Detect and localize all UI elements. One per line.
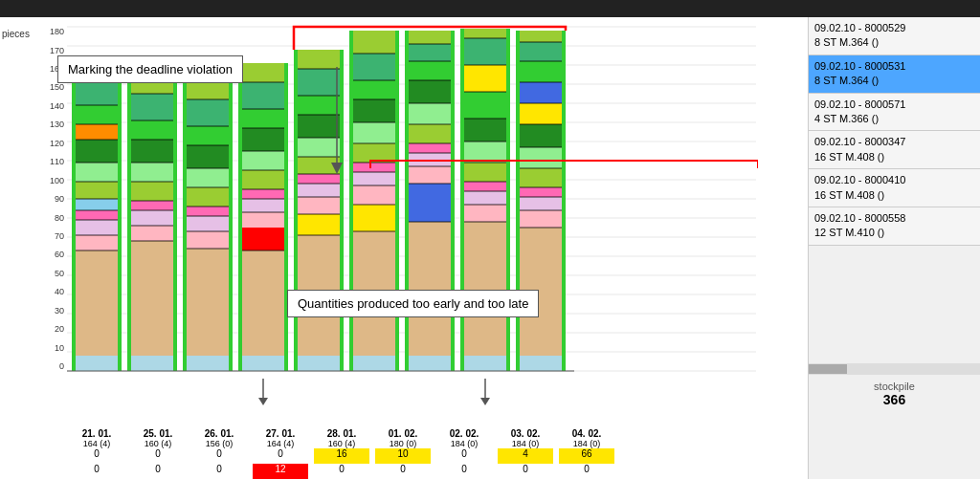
svg-rect-26	[72, 182, 122, 199]
svg-rect-91	[238, 356, 288, 371]
stockpile-value: 366	[814, 392, 974, 407]
svg-rect-69	[183, 356, 233, 371]
bar-val1-6: 10	[375, 448, 431, 464]
svg-rect-170	[405, 80, 455, 103]
sidebar-item-5[interactable]: 09.02.10 - 8000558 12 ST M.410 ()	[809, 207, 980, 246]
bar-group-7	[405, 31, 455, 371]
y-tick: 130	[38, 120, 67, 129]
top-bar	[0, 0, 980, 17]
svg-rect-116	[294, 214, 344, 235]
svg-rect-49	[127, 226, 177, 241]
bar-date-4: 27. 01.	[253, 428, 308, 439]
svg-rect-46	[118, 63, 122, 371]
svg-rect-21	[72, 250, 122, 356]
svg-rect-213	[516, 197, 566, 210]
svg-rect-71	[183, 231, 233, 249]
svg-rect-99	[238, 128, 288, 151]
svg-rect-89	[183, 80, 187, 371]
bar-val2-3: 0	[191, 464, 247, 479]
sidebar-item-4[interactable]: 09.02.10 - 8000410 16 ST M.408 ()	[809, 169, 980, 207]
sidebar-item-text-1: 09.02.10 - 8000531 8 ST M.364 ()	[814, 60, 905, 86]
svg-rect-195	[460, 65, 510, 92]
bar-date-7: 02. 02.	[436, 428, 492, 439]
svg-rect-96	[238, 189, 288, 199]
sidebar-item-3[interactable]: 09.02.10 - 8000347 16 ST M.408 ()	[809, 131, 980, 169]
bar-val1-8: 4	[498, 448, 553, 464]
svg-rect-189	[460, 191, 510, 205]
svg-rect-208	[460, 29, 464, 371]
bar-date-5: 28. 01.	[314, 428, 369, 439]
svg-rect-171	[405, 61, 455, 80]
y-tick: 120	[38, 139, 67, 148]
svg-rect-30	[72, 105, 122, 124]
bar-group-3	[183, 80, 233, 371]
bar-sublabel-5: 160 (4)	[314, 439, 369, 448]
svg-rect-193	[460, 119, 510, 142]
bar-sublabel-9: 184 (0)	[559, 439, 614, 448]
bar-sublabel-6: 180 (0)	[375, 439, 431, 448]
svg-rect-78	[183, 99, 233, 126]
svg-rect-112	[238, 63, 242, 371]
svg-rect-114	[294, 356, 344, 371]
bar-group-9	[516, 31, 566, 371]
bar-label-1: 21. 01. 164 (4) 0 0	[69, 428, 124, 479]
svg-rect-234	[516, 31, 520, 371]
svg-rect-119	[294, 174, 344, 184]
bar-val1-4: 0	[253, 448, 308, 464]
svg-rect-173	[405, 31, 455, 44]
stockpile-label: stockpile	[814, 381, 974, 392]
svg-rect-31	[72, 82, 122, 105]
svg-rect-164	[405, 184, 455, 222]
sidebar-item-1[interactable]: 09.02.10 - 8000531 8 ST M.364 ()	[809, 55, 980, 94]
svg-rect-162	[405, 356, 455, 371]
svg-rect-25	[72, 199, 122, 210]
svg-rect-92	[238, 250, 288, 356]
bar-val1-3: 0	[191, 448, 247, 464]
svg-rect-163	[405, 222, 455, 356]
bar-val2-5: 0	[314, 464, 369, 479]
svg-rect-138	[349, 356, 399, 371]
svg-rect-55	[127, 120, 177, 140]
bar-sublabel-7: 184 (0)	[436, 439, 492, 448]
svg-rect-47	[127, 356, 177, 371]
y-tick: 180	[38, 27, 67, 36]
svg-rect-172	[405, 44, 455, 61]
svg-rect-76	[183, 145, 233, 168]
sidebar-hscroll[interactable]	[809, 363, 980, 375]
svg-rect-97	[238, 170, 288, 189]
svg-rect-166	[405, 153, 455, 166]
bars-chart	[67, 27, 766, 428]
svg-rect-122	[294, 115, 344, 138]
bar-date-9: 04. 02.	[559, 428, 614, 439]
svg-rect-186	[460, 356, 510, 371]
svg-rect-222	[516, 31, 566, 42]
svg-rect-219	[516, 82, 566, 103]
svg-rect-169	[405, 103, 455, 124]
svg-rect-77	[183, 126, 233, 145]
svg-rect-124	[294, 69, 344, 96]
bar-val2-7: 0	[436, 464, 492, 479]
sidebar-scroll[interactable]: 09.02.10 - 8000529 8 ST M.364 () 09.02.1…	[809, 17, 980, 361]
sidebar-item-text-4: 09.02.10 - 8000410 16 ST M.408 ()	[814, 174, 905, 200]
svg-rect-141	[349, 185, 399, 205]
bar-date-3: 26. 01.	[191, 428, 247, 439]
sidebar-item-2[interactable]: 09.02.10 - 8000571 4 ST M.366 ()	[809, 94, 980, 132]
bar-group-4	[238, 63, 288, 371]
svg-rect-101	[238, 82, 288, 109]
svg-rect-143	[349, 163, 399, 172]
x-axis-labels: 21. 01. 164 (4) 0 0 25. 01. 160 (4) 0 0 …	[69, 428, 808, 479]
y-tick: 100	[38, 176, 67, 185]
bar-val1-1: 0	[69, 448, 124, 464]
bar-val1-5: 16	[314, 448, 369, 464]
bar-group-2	[127, 75, 177, 371]
y-tick: 140	[38, 101, 67, 111]
svg-rect-137	[340, 50, 344, 371]
y-tick: 80	[38, 213, 67, 223]
sidebar: 09.02.10 - 8000529 8 ST M.364 () 09.02.1…	[808, 17, 980, 479]
svg-rect-120	[294, 157, 344, 174]
svg-rect-72	[183, 216, 233, 231]
svg-rect-220	[516, 61, 566, 82]
sidebar-item-0[interactable]: 09.02.10 - 8000529 8 ST M.364 ()	[809, 17, 980, 55]
bar-sublabel-2: 160 (4)	[130, 439, 186, 448]
svg-rect-187	[460, 222, 510, 356]
